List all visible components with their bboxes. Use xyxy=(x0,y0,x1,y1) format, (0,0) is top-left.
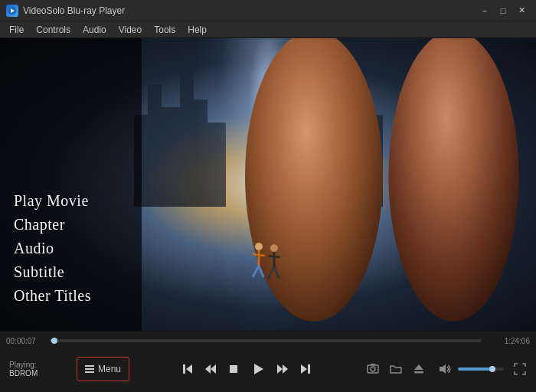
next-chapter-icon xyxy=(299,363,312,375)
svg-marker-14 xyxy=(205,364,211,374)
app-title: VideoSolo Blu-ray Player xyxy=(23,5,125,16)
svg-line-10 xyxy=(268,267,274,279)
eject-icon xyxy=(413,363,425,375)
playing-source: BDROM xyxy=(9,369,64,377)
play-icon xyxy=(251,362,265,376)
current-time: 00:00:07 xyxy=(6,337,44,345)
svg-marker-12 xyxy=(186,364,192,374)
menu-button[interactable]: Menu xyxy=(77,357,129,381)
hamburger-icon xyxy=(85,365,94,373)
menu-tools[interactable]: Tools xyxy=(148,23,181,37)
disc-menu-audio[interactable]: Audio xyxy=(14,240,142,257)
menu-button-label: Menu xyxy=(98,364,121,374)
playback-controls xyxy=(177,357,316,381)
svg-marker-17 xyxy=(254,364,263,374)
svg-marker-19 xyxy=(283,364,288,374)
svg-marker-25 xyxy=(414,364,423,370)
open-folder-button[interactable] xyxy=(386,359,406,379)
svg-rect-16 xyxy=(230,365,237,373)
right-controls xyxy=(363,359,429,379)
title-bar: VideoSolo Blu-ray Player − □ ✕ xyxy=(0,0,536,21)
volume-slider[interactable] xyxy=(458,368,504,371)
playing-info: Playing: BDROM xyxy=(6,355,67,383)
svg-rect-21 xyxy=(308,364,310,374)
progress-bar[interactable] xyxy=(51,339,482,342)
fullscreen-icon xyxy=(514,363,526,375)
volume-icon xyxy=(439,363,451,375)
title-controls: − □ ✕ xyxy=(476,4,530,18)
menu-controls[interactable]: Controls xyxy=(30,23,77,37)
rewind-icon xyxy=(204,363,217,375)
svg-line-5 xyxy=(253,266,259,277)
volume-control xyxy=(435,359,504,379)
prev-chapter-icon xyxy=(181,363,194,375)
total-time: 1:24:06 xyxy=(488,337,530,345)
restore-button[interactable]: □ xyxy=(495,4,511,18)
svg-point-23 xyxy=(371,367,375,371)
controls-bar: 00:00:07 1:24:06 Playing: BDROM Menu xyxy=(0,331,536,392)
fullscreen-button[interactable] xyxy=(510,359,530,379)
folder-icon xyxy=(390,363,402,375)
svg-line-4 xyxy=(253,254,265,256)
stop-icon xyxy=(228,364,239,374)
fast-forward-button[interactable] xyxy=(272,358,293,380)
disc-menu-subtitle[interactable]: Subtitle xyxy=(14,263,142,281)
bottom-controls: Playing: BDROM Menu xyxy=(0,347,536,391)
menu-help[interactable]: Help xyxy=(181,23,213,37)
svg-marker-20 xyxy=(301,364,307,374)
menu-bar: File Controls Audio Video Tools Help xyxy=(0,21,536,38)
svg-rect-13 xyxy=(183,364,185,374)
fast-forward-icon xyxy=(276,363,289,375)
prev-chapter-button[interactable] xyxy=(177,358,198,380)
hamburger-line-3 xyxy=(85,371,94,373)
progress-container: 00:00:07 1:24:06 xyxy=(0,332,536,347)
video-area: Play Movie Chapter Audio Subtitle Other … xyxy=(0,38,536,331)
running-figures xyxy=(237,239,299,285)
volume-fill xyxy=(458,368,492,371)
volume-button[interactable] xyxy=(435,359,455,379)
disc-menu-play-movie[interactable]: Play Movie xyxy=(14,192,142,210)
svg-marker-27 xyxy=(440,364,446,374)
svg-marker-15 xyxy=(211,364,216,374)
app-icon xyxy=(6,5,18,17)
screenshot-icon xyxy=(367,363,379,375)
svg-line-11 xyxy=(274,267,279,279)
next-chapter-button[interactable] xyxy=(295,358,316,380)
menu-video[interactable]: Video xyxy=(113,23,148,37)
stop-button[interactable] xyxy=(223,358,244,380)
rewind-button[interactable] xyxy=(200,358,221,380)
playing-label: Playing: xyxy=(9,361,64,369)
hamburger-line-1 xyxy=(85,365,94,367)
menu-file[interactable]: File xyxy=(3,23,30,37)
play-button[interactable] xyxy=(246,357,270,381)
disc-menu-panel: Play Movie Chapter Audio Subtitle Other … xyxy=(0,38,142,331)
svg-marker-18 xyxy=(277,364,283,374)
svg-point-7 xyxy=(270,244,278,252)
screenshot-button[interactable] xyxy=(363,359,383,379)
svg-line-9 xyxy=(268,256,280,257)
progress-thumb[interactable] xyxy=(51,338,57,344)
eject-button[interactable] xyxy=(409,359,429,379)
svg-rect-26 xyxy=(414,371,423,374)
svg-point-2 xyxy=(255,243,263,250)
svg-line-6 xyxy=(259,266,263,277)
close-button[interactable]: ✕ xyxy=(513,4,530,18)
title-left: VideoSolo Blu-ray Player xyxy=(6,5,125,17)
svg-rect-24 xyxy=(371,364,375,365)
menu-audio[interactable]: Audio xyxy=(77,23,113,37)
disc-menu-chapter[interactable]: Chapter xyxy=(14,216,142,234)
hamburger-line-2 xyxy=(85,368,94,370)
volume-thumb[interactable] xyxy=(489,366,495,372)
disc-menu-other-titles[interactable]: Other Titles xyxy=(14,287,142,305)
minimize-button[interactable]: − xyxy=(476,4,493,18)
